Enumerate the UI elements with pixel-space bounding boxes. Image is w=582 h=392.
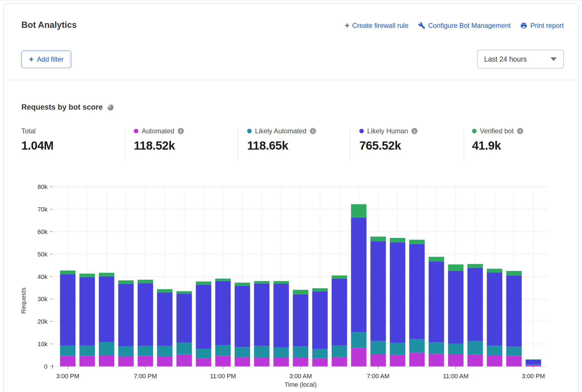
chart-area: 010k20k30k40k50k60k70k80k3:00 PM7:00 PM1…	[4, 177, 578, 392]
stat-likely-human-label: Likely Human	[367, 127, 408, 135]
printer-icon	[520, 22, 527, 29]
time-range-value: Last 24 hours	[484, 55, 527, 63]
stat-total-label: Total	[21, 127, 36, 135]
stat-verified-bot: Verified bot i 41.9k	[472, 127, 523, 152]
svg-text:7:00 PM: 7:00 PM	[134, 373, 157, 380]
stat-likely-human-value: 765.52k	[359, 139, 418, 152]
svg-text:20k: 20k	[38, 318, 48, 325]
svg-text:70k: 70k	[38, 206, 48, 213]
time-range-select[interactable]: Last 24 hours	[477, 50, 564, 68]
create-firewall-rule-link[interactable]: + Create firewall rule	[345, 22, 408, 30]
plus-icon: +	[29, 55, 33, 63]
svg-text:Requests: Requests	[20, 288, 27, 314]
stat-likely-automated-label: Likely Automated	[255, 127, 306, 135]
stat-automated-value: 118.52k	[134, 139, 184, 152]
svg-text:11:00 AM: 11:00 AM	[443, 373, 468, 380]
stats-row: Total 1.04M Automated i 118.52k Likely A…	[4, 127, 578, 164]
likely-human-legend-dot	[359, 129, 364, 133]
svg-text:3:00 PM: 3:00 PM	[56, 373, 79, 380]
bot-score-stacked-bar-chart: 010k20k30k40k50k60k70k80k3:00 PM7:00 PM1…	[4, 177, 578, 392]
svg-text:0: 0	[44, 363, 48, 370]
stat-likely-automated-value: 118.65k	[247, 139, 316, 152]
bot-analytics-card: Bot Analytics + Create firewall rule Con…	[3, 4, 579, 392]
svg-text:3:00 PM: 3:00 PM	[522, 373, 545, 380]
stat-automated-label: Automated	[142, 127, 174, 135]
svg-text:Time (local): Time (local)	[285, 381, 317, 388]
stat-verified-bot-label: Verified bot	[480, 127, 514, 135]
info-icon[interactable]: i	[411, 128, 418, 134]
plus-icon: +	[345, 22, 349, 30]
configure-bot-management-link[interactable]: Configure Bot Management	[418, 22, 511, 30]
svg-text:3:00 AM: 3:00 AM	[289, 373, 312, 380]
stat-total: Total 1.04M	[21, 127, 53, 152]
add-filter-label: Add filter	[37, 55, 64, 63]
print-report-link[interactable]: Print report	[520, 22, 564, 30]
svg-text:50k: 50k	[38, 251, 48, 258]
stat-total-value: 1.04M	[21, 139, 53, 152]
verified-bot-legend-dot	[472, 129, 477, 133]
info-icon[interactable]: i	[517, 128, 523, 134]
header-divider	[4, 80, 578, 80]
automated-legend-dot	[134, 129, 138, 133]
stat-divider	[238, 128, 238, 162]
section-title: Requests by bot score	[21, 103, 103, 112]
svg-text:10k: 10k	[38, 341, 48, 348]
chevron-down-icon	[551, 57, 557, 61]
info-icon[interactable]: i	[178, 128, 184, 134]
svg-text:11:00 PM: 11:00 PM	[210, 373, 236, 380]
svg-text:30k: 30k	[38, 296, 48, 303]
svg-text:80k: 80k	[38, 183, 48, 190]
print-report-label: Print report	[530, 22, 564, 30]
section-title-row: Requests by bot score	[21, 103, 114, 112]
stat-divider	[464, 128, 464, 162]
svg-text:40k: 40k	[38, 273, 48, 280]
add-filter-button[interactable]: + Add filter	[21, 51, 71, 68]
configure-bot-management-label: Configure Bot Management	[428, 22, 511, 30]
page-title: Bot Analytics	[21, 20, 77, 30]
wrench-icon	[418, 22, 425, 29]
pie-icon	[107, 104, 114, 111]
info-icon[interactable]: i	[310, 128, 316, 134]
stat-likely-automated: Likely Automated i 118.65k	[247, 127, 316, 152]
header-actions: + Create firewall rule Configure Bot Man…	[345, 22, 564, 30]
likely-automated-legend-dot	[247, 129, 252, 133]
svg-text:7:00 AM: 7:00 AM	[367, 373, 390, 380]
create-firewall-rule-label: Create firewall rule	[352, 22, 409, 30]
stat-divider	[125, 128, 125, 162]
stat-automated: Automated i 118.52k	[134, 127, 184, 152]
stat-likely-human: Likely Human i 765.52k	[359, 127, 418, 152]
svg-text:60k: 60k	[38, 228, 48, 235]
stat-divider	[350, 128, 351, 162]
page-top-divider	[0, 0, 582, 0]
stat-verified-bot-value: 41.9k	[472, 139, 523, 152]
